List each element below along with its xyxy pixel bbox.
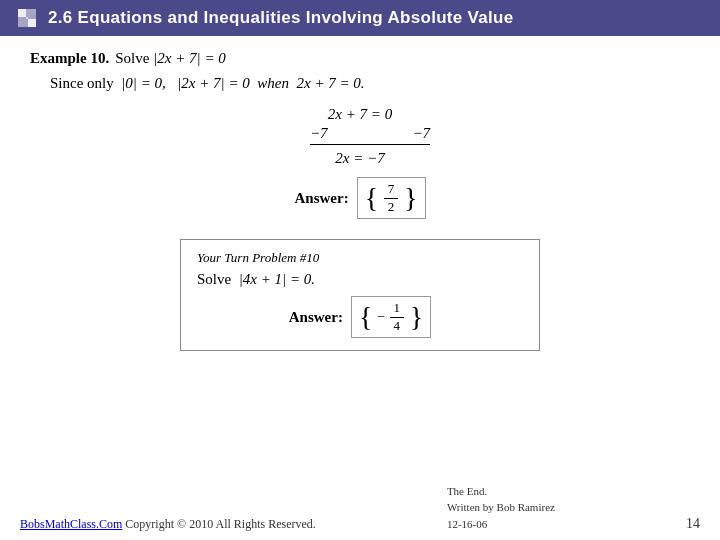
step1-eq: 2x + 7 = 0	[328, 106, 392, 123]
main-content: Example 10. Solve |2x + 7| = 0 Since onl…	[0, 36, 720, 371]
yt-open-brace: {	[359, 306, 372, 328]
steps-block: 2x + 7 = 0 −7 −7 2x = −7	[30, 106, 690, 169]
footer-page-number: 14	[686, 516, 700, 532]
svg-rect-1	[28, 9, 36, 17]
answer-row: Answer: { 7 2 }	[30, 177, 690, 219]
yt-fraction-numerator: 1	[390, 300, 404, 318]
fraction-numerator: 7	[384, 181, 398, 199]
step1b-left: −7	[310, 125, 328, 142]
step1b-right: −7	[412, 125, 430, 142]
header-icon	[16, 7, 38, 29]
footer-end-text: The End.	[447, 483, 555, 500]
your-turn-box: Your Turn Problem #10 Solve |4x + 1| = 0…	[180, 239, 540, 351]
example-line: Example 10. Solve |2x + 7| = 0	[30, 50, 690, 67]
your-turn-solve-line: Solve |4x + 1| = 0.	[197, 271, 523, 288]
step1-row: 2x + 7 = 0	[328, 106, 392, 123]
your-turn-answer-row: Answer: { − 1 4 }	[197, 296, 523, 338]
footer: BobsMathClass.Com Copyright © 2010 All R…	[0, 483, 720, 533]
answer-fraction: 7 2	[384, 181, 398, 215]
answer-set: { 7 2 }	[357, 177, 426, 219]
since-text: Since only	[50, 75, 114, 91]
since-rest: |2x + 7| = 0 when 2x + 7 = 0.	[177, 75, 365, 91]
footer-written-by: Written by Bob Ramirez	[447, 499, 555, 516]
answer-label: Answer:	[294, 190, 348, 207]
answer-fraction-wrapper: 7 2	[382, 181, 400, 215]
since-eq: |0| = 0,	[118, 75, 174, 91]
yt-fraction-denominator: 4	[390, 318, 404, 334]
svg-rect-3	[28, 19, 36, 27]
since-line: Since only |0| = 0, |2x + 7| = 0 when 2x…	[50, 75, 690, 92]
example-label: Example 10.	[30, 50, 109, 67]
header: 2.6 Equations and Inequalities Involving…	[0, 0, 720, 36]
footer-date: 12-16-06	[447, 516, 555, 533]
your-turn-answer-set: { − 1 4 }	[351, 296, 431, 338]
svg-rect-2	[18, 19, 26, 27]
your-turn-solve-label: Solve	[197, 271, 231, 287]
solve-label: Solve	[115, 50, 149, 67]
yt-answer-fraction: 1 4	[390, 300, 404, 334]
open-brace: {	[365, 187, 378, 209]
close-brace: }	[404, 187, 417, 209]
yt-minus: −	[376, 309, 385, 325]
step1b-row: −7 −7	[310, 125, 430, 145]
footer-left-area: BobsMathClass.Com Copyright © 2010 All R…	[20, 515, 316, 532]
footer-copyright: Copyright © 2010 All Rights Reserved.	[122, 517, 315, 531]
footer-site[interactable]: BobsMathClass.Com	[20, 517, 122, 531]
your-turn-title: Your Turn Problem #10	[197, 250, 523, 266]
svg-rect-0	[18, 9, 26, 17]
yt-answer-wrapper: − 1 4	[376, 300, 405, 334]
step2-eq: 2x = −7	[335, 150, 384, 167]
fraction-denominator: 2	[384, 199, 398, 215]
header-title: 2.6 Equations and Inequalities Involving…	[48, 8, 514, 28]
yt-close-brace: }	[410, 306, 423, 328]
example-equation: |2x + 7| = 0	[153, 50, 226, 67]
your-turn-answer-label: Answer:	[289, 309, 343, 326]
step2-row: 2x = −7	[335, 150, 384, 167]
your-turn-equation: |4x + 1| = 0.	[235, 271, 315, 287]
footer-right-info: The End. Written by Bob Ramirez 12-16-06	[447, 483, 555, 533]
